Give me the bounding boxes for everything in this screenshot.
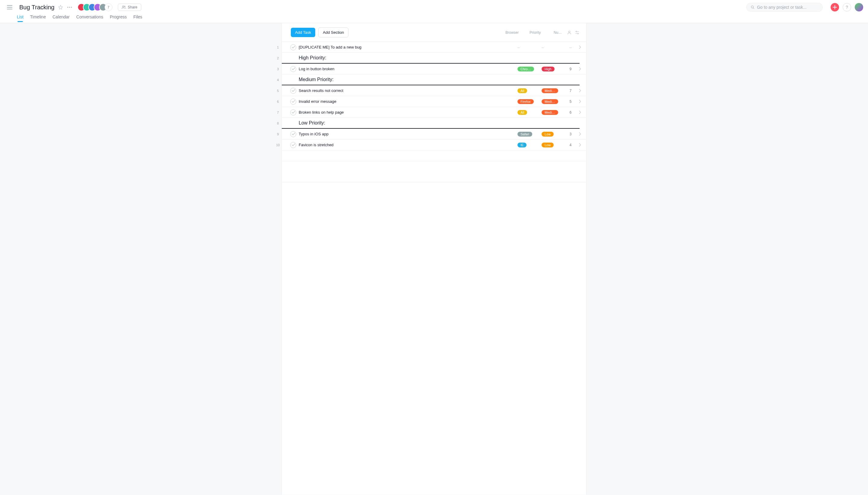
cell-browser[interactable]: Safari <box>516 132 540 137</box>
complete-toggle[interactable] <box>290 88 296 94</box>
chevron-right-icon <box>579 100 581 103</box>
member-avatars[interactable]: 7 <box>77 3 112 11</box>
assignee-column-button[interactable] <box>567 30 572 35</box>
section-header[interactable]: High Priority: <box>282 53 579 64</box>
cell-priority[interactable]: Low <box>540 132 564 137</box>
task-title: Search results not correct <box>299 88 343 93</box>
cell-browser[interactable]: IE <box>516 142 540 148</box>
open-task-details[interactable] <box>577 89 583 92</box>
tab-timeline[interactable]: Timeline <box>30 15 46 22</box>
cell-number[interactable]: 5 <box>564 100 577 104</box>
help-button[interactable]: ? <box>843 3 851 12</box>
cell-priority[interactable]: – <box>540 45 564 50</box>
task-title: Invalid error message <box>299 99 336 104</box>
global-add-button[interactable] <box>831 3 839 12</box>
chevron-right-icon <box>579 46 581 49</box>
empty-value: – <box>518 45 520 50</box>
task-row[interactable]: Log in button brokenChro…High9 <box>282 64 586 74</box>
task-row[interactable]: Typos in iOS appSafariLow3 <box>282 129 586 140</box>
empty-value: – <box>542 45 544 50</box>
row-number: 6 <box>274 96 282 107</box>
task-row[interactable]: [DUPLICATE ME] To add a new bug––– <box>282 42 586 53</box>
cell-browser[interactable]: All <box>516 88 540 93</box>
global-search[interactable] <box>746 3 823 12</box>
priority-pill: Low <box>542 142 554 148</box>
section-header[interactable]: Medium Priority: <box>282 74 579 85</box>
cell-priority[interactable]: Low <box>540 142 564 148</box>
cell-number[interactable]: 3 <box>564 132 577 136</box>
number-value: 7 <box>570 89 572 93</box>
hamburger-menu-button[interactable] <box>5 2 15 12</box>
cell-browser[interactable]: Chro… <box>516 67 540 71</box>
tab-progress[interactable]: Progress <box>110 15 127 22</box>
project-title[interactable]: Bug Tracking <box>19 4 55 10</box>
svg-point-0 <box>67 7 68 7</box>
complete-toggle[interactable] <box>290 44 296 50</box>
cell-browser[interactable]: Firefox <box>516 99 540 104</box>
project-more-button[interactable] <box>67 4 73 10</box>
column-header-number[interactable]: Num… <box>552 31 565 35</box>
search-input[interactable] <box>757 5 818 10</box>
cell-priority[interactable]: Medi… <box>540 99 564 104</box>
complete-toggle[interactable] <box>290 99 296 105</box>
row-number: 9 <box>274 129 282 140</box>
add-section-button[interactable]: Add Section <box>318 28 348 37</box>
browser-pill: Firefox <box>518 99 534 104</box>
priority-pill: High <box>542 67 555 71</box>
share-button-label: Share <box>128 5 137 9</box>
task-sheet: Add Task Add Section Browser Priority Nu… <box>281 23 587 495</box>
cell-number[interactable]: 6 <box>564 110 577 115</box>
cell-number[interactable]: – <box>564 45 577 50</box>
cell-browser[interactable]: – <box>516 45 540 50</box>
complete-toggle[interactable] <box>290 131 296 137</box>
cell-priority[interactable]: Medi… <box>540 88 564 93</box>
section-header[interactable]: Low Priority: <box>282 118 579 129</box>
project-tabs: ListTimelineCalendarConversationsProgres… <box>5 15 863 23</box>
tab-conversations[interactable]: Conversations <box>76 15 103 22</box>
tab-calendar[interactable]: Calendar <box>52 15 70 22</box>
task-row[interactable]: Broken links on help pageAllMedi…6 <box>282 107 586 118</box>
cell-priority[interactable]: High <box>540 67 564 71</box>
task-row[interactable]: Favicon is stretchedIELow4 <box>282 140 586 150</box>
number-value: 4 <box>570 143 572 147</box>
avatar-overflow-count[interactable]: 7 <box>105 3 112 11</box>
complete-toggle[interactable] <box>290 66 296 72</box>
complete-toggle[interactable] <box>290 142 296 148</box>
cell-number[interactable]: 9 <box>564 67 577 71</box>
open-task-details[interactable] <box>577 143 583 147</box>
complete-toggle[interactable] <box>290 109 296 116</box>
task-title: Typos in iOS app <box>299 132 329 136</box>
tab-list[interactable]: List <box>17 15 23 22</box>
chevron-right-icon <box>579 132 581 136</box>
task-row[interactable]: Search results not correctAllMedi…7 <box>282 85 586 96</box>
open-task-details[interactable] <box>577 46 583 49</box>
open-task-details[interactable] <box>577 132 583 136</box>
cell-browser[interactable]: All <box>516 110 540 115</box>
profile-avatar-button[interactable] <box>855 3 863 12</box>
column-header-priority[interactable]: Priority <box>528 31 552 35</box>
number-value: 3 <box>570 132 572 136</box>
tab-files[interactable]: Files <box>134 15 142 22</box>
column-header-browser[interactable]: Browser <box>504 31 528 35</box>
customize-columns-button[interactable] <box>575 30 579 35</box>
number-value: 6 <box>570 110 572 115</box>
section-title: High Priority: <box>299 55 326 62</box>
person-icon <box>567 30 572 35</box>
add-task-button[interactable]: Add Task <box>291 28 315 37</box>
cell-number[interactable]: 4 <box>564 143 577 147</box>
favorite-button[interactable] <box>57 4 64 10</box>
cell-number[interactable]: 7 <box>564 89 577 93</box>
share-button[interactable]: Share <box>118 4 141 11</box>
open-task-details[interactable] <box>577 110 583 114</box>
row-number: 10 <box>274 140 282 150</box>
open-task-details[interactable] <box>577 67 583 70</box>
task-title: Log in button broken <box>299 67 334 71</box>
check-icon <box>292 143 295 146</box>
column-headers: Browser Priority Num… <box>504 30 579 35</box>
open-task-details[interactable] <box>577 100 583 103</box>
cell-priority[interactable]: Medi… <box>540 110 564 115</box>
browser-pill: Chro… <box>518 67 534 71</box>
svg-point-7 <box>576 31 577 32</box>
task-row[interactable]: Invalid error messageFirefoxMedi…5 <box>282 96 586 107</box>
main-area: Add Task Add Section Browser Priority Nu… <box>0 23 868 495</box>
